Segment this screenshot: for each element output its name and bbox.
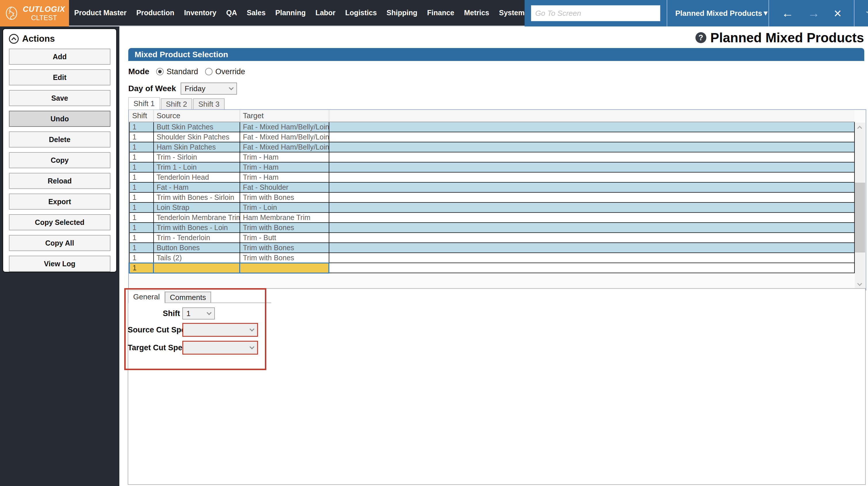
cell-target[interactable]: Fat - Mixed Ham/Belly/Loin	[240, 142, 329, 152]
cell-source[interactable]: Loin Strap	[154, 203, 240, 213]
cell-source[interactable]: Trim 1 - Loin	[154, 162, 240, 172]
table-row[interactable]: 1 Tenderloin Head Trim - Ham	[129, 172, 855, 182]
menu-item[interactable]: Inventory	[184, 9, 217, 17]
cell-shift[interactable]: 1	[129, 172, 154, 182]
tab-shift-1[interactable]: Shift 1	[128, 97, 160, 110]
table-row[interactable]: 1 Butt Skin Patches Fat - Mixed Ham/Bell…	[129, 122, 855, 132]
table-row[interactable]: 1 Shoulder Skin Patches Fat - Mixed Ham/…	[129, 132, 855, 142]
collapse-chevron-icon[interactable]	[9, 34, 19, 44]
radio-override[interactable]	[205, 68, 213, 75]
tab-comments[interactable]: Comments	[165, 292, 211, 303]
cell-source[interactable]: Button Bones	[154, 243, 240, 253]
menu-item[interactable]: System	[499, 9, 525, 17]
table-row[interactable]: 1 Trim - Sirloin Trim - Ham	[129, 152, 855, 162]
cell-source[interactable]: Tenderloin Head	[154, 172, 240, 182]
table-row[interactable]: 1 Tails (2) Trim with Bones	[129, 253, 855, 263]
screen-selector-dropdown[interactable]: Planned Mixed Products ▼	[667, 0, 769, 26]
cell-shift[interactable]: 1	[129, 162, 154, 172]
forward-arrow-icon[interactable]: →	[806, 7, 822, 19]
cell-target[interactable]: Fat - Mixed Ham/Belly/Loin	[240, 122, 329, 132]
menu-item[interactable]: Planning	[275, 9, 306, 17]
cell-target[interactable]: Trim - Butt	[240, 233, 329, 243]
delete-button[interactable]: Delete	[9, 131, 111, 148]
radio-standard[interactable]	[156, 68, 164, 75]
cell-source[interactable]: Trim - Sirloin	[154, 152, 240, 162]
cell-source[interactable]: Trim with Bones - Loin	[154, 222, 240, 233]
cell-shift[interactable]: 1	[129, 203, 154, 213]
cell-shift[interactable]: 1	[129, 192, 154, 203]
grid-vertical-scrollbar[interactable]	[855, 122, 865, 289]
menu-item[interactable]: Sales	[247, 9, 266, 17]
cell-shift[interactable]: 1	[129, 213, 154, 222]
back-arrow-icon[interactable]: ←	[780, 7, 795, 19]
cell-target[interactable]: Trim with Bones	[240, 253, 329, 263]
cell-target[interactable]: Fat - Mixed Ham/Belly/Loin	[240, 132, 329, 142]
table-row[interactable]: 1 Button Bones Trim with Bones	[129, 243, 855, 253]
cell-target[interactable]: Trim - Ham	[240, 152, 329, 162]
table-row[interactable]: 1 Trim with Bones - Sirloin Trim with Bo…	[129, 192, 855, 203]
cell-shift[interactable]: 1	[129, 152, 154, 162]
cell-source[interactable]: Trim - Tenderloin	[154, 233, 240, 243]
cell-shift[interactable]: 1	[129, 243, 154, 253]
scroll-up-icon[interactable]	[857, 126, 862, 131]
shift-select[interactable]: 1	[182, 307, 215, 320]
cell-source[interactable]: Fat - Ham	[154, 182, 240, 192]
cell-target[interactable]: Trim with Bones	[240, 222, 329, 233]
cell-target[interactable]: Ham Membrane Trim	[240, 213, 329, 222]
cell-shift[interactable]: 1	[129, 142, 154, 152]
table-row[interactable]: 1 Trim with Bones - Loin Trim with Bones	[129, 222, 855, 233]
favorite-star-icon[interactable]: ☆	[863, 6, 868, 20]
cell-target[interactable]: Trim with Bones	[240, 243, 329, 253]
table-row[interactable]: 1 Ham Skin Patches Fat - Mixed Ham/Belly…	[129, 142, 855, 152]
add-button[interactable]: Add	[9, 49, 111, 65]
cell-source[interactable]: Butt Skin Patches	[154, 122, 240, 132]
menu-item[interactable]: Labor	[315, 9, 335, 17]
copy-selected-button[interactable]: Copy Selected	[9, 214, 111, 230]
cell-shift[interactable]: 1	[129, 263, 154, 273]
help-icon[interactable]: ?	[695, 32, 706, 43]
edit-button[interactable]: Edit	[9, 69, 111, 85]
day-of-week-select[interactable]: Friday	[181, 83, 237, 95]
menu-item[interactable]: QA	[226, 9, 237, 17]
tab-shift-3[interactable]: Shift 3	[193, 98, 225, 110]
cell-target[interactable]: Trim with Bones	[240, 192, 329, 203]
close-icon[interactable]: ×	[832, 7, 843, 20]
cell-shift[interactable]: 1	[129, 253, 154, 263]
scroll-down-icon[interactable]	[857, 281, 862, 286]
table-row[interactable]: 1 Trim 1 - Loin Trim - Ham	[129, 162, 855, 172]
target-cut-spec-select[interactable]	[182, 341, 258, 355]
cell-shift[interactable]: 1	[129, 182, 154, 192]
menu-item[interactable]: Metrics	[464, 9, 489, 17]
menu-item[interactable]: Shipping	[386, 9, 417, 17]
tab-shift-2[interactable]: Shift 2	[161, 98, 192, 110]
cell-shift[interactable]: 1	[129, 222, 154, 233]
table-row[interactable]: 1 Fat - Ham Fat - Shoulder	[129, 182, 855, 192]
cell-target[interactable]: Trim - Loin	[240, 203, 329, 213]
cell-target[interactable]: Fat - Shoulder	[240, 182, 329, 192]
cell-source[interactable]: Trim with Bones - Sirloin	[154, 192, 240, 203]
cell-source[interactable]: Shoulder Skin Patches	[154, 132, 240, 142]
cell-shift[interactable]: 1	[129, 132, 154, 142]
cell-target[interactable]	[240, 263, 329, 273]
save-button[interactable]: Save	[9, 90, 111, 106]
go-to-screen-input[interactable]	[531, 5, 660, 21]
cell-shift[interactable]: 1	[129, 233, 154, 243]
menu-item[interactable]: Finance	[427, 9, 454, 17]
cell-target[interactable]: Trim - Ham	[240, 162, 329, 172]
table-row[interactable]: 1 Trim - Tenderloin Trim - Butt	[129, 233, 855, 243]
view-log-button[interactable]: View Log	[9, 256, 111, 272]
reload-button[interactable]: Reload	[9, 173, 111, 189]
tab-general[interactable]: General	[128, 291, 165, 303]
undo-button[interactable]: Undo	[9, 111, 111, 127]
table-row[interactable]: 1 Tenderloin Membrane Trim Ham Membrane …	[129, 213, 855, 222]
cell-source[interactable]: Tenderloin Membrane Trim	[154, 213, 240, 222]
cell-source[interactable]: Tails (2)	[154, 253, 240, 263]
menu-item[interactable]: Product Master	[74, 9, 127, 17]
export-button[interactable]: Export	[9, 193, 111, 210]
copy-button[interactable]: Copy	[9, 152, 111, 168]
copy-all-button[interactable]: Copy All	[9, 235, 111, 251]
cell-shift[interactable]: 1	[129, 122, 154, 132]
cell-source[interactable]	[154, 263, 240, 273]
menu-item[interactable]: Production	[136, 9, 174, 17]
new-row-selected[interactable]: 1	[129, 263, 855, 273]
